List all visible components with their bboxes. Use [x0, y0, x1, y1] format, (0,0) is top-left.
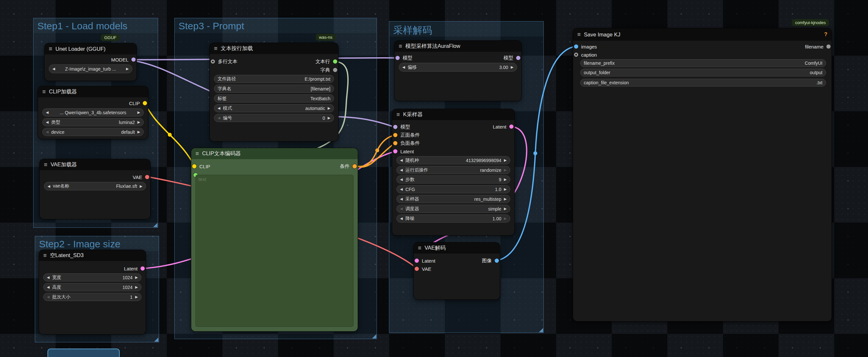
input-dot-images[interactable] [574, 44, 578, 49]
increment-arrow[interactable]: ▶ [504, 217, 507, 220]
increment-arrow[interactable]: ▶ [504, 168, 507, 172]
widget-control-after-generate[interactable]: ◀ 运行后操作 randomize ▶ [397, 166, 510, 174]
increment-arrow[interactable]: ▶ [140, 184, 143, 188]
decrement-arrow[interactable]: ◀ [47, 286, 50, 289]
widget-width[interactable]: ◀ 宽度 1024 ▶ [43, 273, 142, 281]
node-save-image-kj[interactable]: comfyui-kjnodes ≡ Save Image KJ ? images… [573, 28, 832, 321]
increment-arrow[interactable]: ▶ [504, 197, 507, 201]
decrement-arrow[interactable]: ◀ [400, 217, 403, 220]
increment-arrow[interactable]: ▶ [328, 116, 331, 120]
node-titlebar[interactable]: ≡ VAE加载器 [40, 159, 150, 170]
node-titlebar[interactable]: ≡ CLIP加载器 [38, 86, 148, 97]
decrement-arrow[interactable]: ◀ [400, 168, 403, 172]
menu-icon[interactable]: ≡ [214, 46, 218, 52]
increment-arrow[interactable]: ▶ [137, 130, 140, 134]
widget-clip-type[interactable]: ◀ 类型 lumina2 ▶ [42, 118, 144, 126]
widget-device[interactable]: ◀ device default ▶ [42, 128, 144, 136]
input-dot-caption[interactable] [574, 53, 578, 57]
decrement-arrow[interactable]: ◀ [400, 158, 403, 162]
decrement-arrow[interactable]: ◀ [52, 67, 55, 70]
output-dot-filename[interactable] [826, 44, 831, 49]
widget-steps[interactable]: ◀ 步数 9 ▶ [397, 175, 510, 183]
menu-icon[interactable]: ≡ [49, 46, 52, 52]
decrement-arrow[interactable]: ◀ [402, 65, 405, 69]
output-dot-textline[interactable] [333, 60, 337, 64]
node-text-load-line[interactable]: was-ns ≡ 文本按行加载 多行文本 文本行 字典 文件路径 E:/prom… [210, 43, 338, 141]
decrement-arrow[interactable]: ◀ [400, 178, 403, 181]
output-dot-model[interactable] [131, 58, 135, 62]
decrement-arrow[interactable]: ◀ [400, 207, 403, 211]
input-dot-latent[interactable] [415, 259, 419, 263]
help-icon[interactable]: ? [824, 32, 827, 37]
widget-dict-name[interactable]: 字典名 [filename] [214, 85, 334, 93]
decrement-arrow[interactable]: ◀ [46, 120, 49, 124]
widget-height[interactable]: ◀ 高度 1024 ▶ [43, 283, 142, 291]
widget-sampler-name[interactable]: ◀ 采样器 res_multistep ▶ [397, 195, 510, 203]
node-titlebar[interactable]: ≡ K采样器 [392, 109, 515, 120]
output-dot-latent[interactable] [509, 125, 514, 129]
link-midpoint-dot[interactable] [168, 133, 172, 137]
increment-arrow[interactable]: ▶ [137, 120, 140, 124]
node-vae-decode[interactable]: ≡ VAE解码 Latent VAE 图像 [414, 242, 500, 299]
increment-arrow[interactable]: ▶ [511, 65, 514, 69]
node-titlebar[interactable]: ≡ CLIP文本编码器 [191, 148, 358, 159]
output-dot-model[interactable] [516, 56, 520, 60]
increment-arrow[interactable]: ▶ [137, 111, 140, 114]
input-dot-model[interactable] [393, 125, 397, 129]
node-model-sampling-auraflow[interactable]: ≡ 模型采样算法AuraFlow 模型 模型 ◀ 偏移 3.00 ▶ [395, 41, 521, 101]
widget-file-path[interactable]: 文件路径 E:/prompt.txt [214, 75, 334, 83]
output-dot-conditioning[interactable] [352, 165, 357, 169]
node-unet-loader-gguf[interactable]: GGUF ≡ Unet Loader (GGUF) MODEL ◀ Z-Imag… [44, 43, 136, 81]
node-titlebar[interactable]: ≡ VAE解码 [414, 242, 500, 254]
node-empty-latent-sd3[interactable]: ≡ 空Latent_SD3 Latent ◀ 宽度 1024 ▶ ◀ 高度 10… [39, 250, 146, 334]
decrement-arrow[interactable]: ◀ [46, 130, 49, 134]
node-titlebar[interactable]: ≡ Save Image KJ ? [573, 28, 832, 41]
menu-icon[interactable]: ≡ [397, 112, 400, 117]
widget-filename-prefix[interactable]: filename_prefix ComfyUI [580, 59, 826, 67]
increment-arrow[interactable]: ▶ [135, 276, 138, 279]
input-dot-clip[interactable] [192, 165, 196, 169]
widget-index[interactable]: ◀ 编号 0 ▶ [214, 114, 334, 122]
output-dot-vae[interactable] [145, 175, 149, 179]
menu-icon[interactable]: ≡ [44, 162, 48, 168]
widget-cfg[interactable]: ◀ CFG 1.0 ▶ [397, 185, 510, 193]
widget-unet-name[interactable]: ◀ Z-Image\z_image_turb ... ▶ [49, 64, 132, 73]
increment-arrow[interactable]: ▶ [328, 107, 331, 110]
widget-seed[interactable]: ◀ 随机种 41329896998094 ▶ [397, 156, 510, 165]
node-clip-text-encode[interactable]: ≡ CLIP文本编码器 CLIP 条件 text [191, 148, 358, 331]
increment-arrow[interactable]: ▶ [504, 178, 507, 181]
input-dot-multiline-text[interactable] [211, 60, 215, 64]
menu-icon[interactable]: ≡ [195, 151, 199, 156]
widget-clip-name[interactable]: ◀ ... Qwen\qwen_3_4b.safetensors ▶ [42, 108, 144, 117]
menu-icon[interactable]: ≡ [418, 245, 422, 251]
decrement-arrow[interactable]: ◀ [48, 184, 50, 188]
increment-arrow[interactable]: ▶ [126, 67, 129, 70]
node-titlebar[interactable]: ≡ 空Latent_SD3 [39, 250, 146, 261]
input-dot-latent[interactable] [393, 149, 397, 154]
input-dot-positive[interactable] [393, 133, 397, 137]
increment-arrow[interactable]: ▶ [504, 187, 507, 191]
node-graph-canvas[interactable]: Step1 - Load models Step2 - Image size S… [0, 0, 868, 357]
widget-shift[interactable]: ◀ 偏移 3.00 ▶ [399, 63, 517, 71]
increment-arrow[interactable]: ▶ [135, 295, 138, 299]
decrement-arrow[interactable]: ◀ [218, 107, 220, 110]
widget-denoise[interactable]: ◀ 降噪 1.00 ▶ [397, 214, 510, 222]
collapsed-node[interactable] [48, 349, 120, 357]
node-vae-loader[interactable]: ≡ VAE加载器 VAE ◀ vae名称 Flux\ae.sft ▶ [40, 159, 150, 219]
prompt-textarea[interactable]: text [195, 175, 353, 327]
input-dot-vae[interactable] [415, 267, 419, 271]
widget-mode[interactable]: ◀ 模式 automatic ▶ [214, 104, 334, 112]
input-dot-negative[interactable] [393, 141, 397, 146]
widget-scheduler[interactable]: ◀ 调度器 simple ▶ [397, 205, 510, 213]
output-dot-latent[interactable] [141, 267, 145, 271]
decrement-arrow[interactable]: ◀ [46, 111, 49, 114]
menu-icon[interactable]: ≡ [577, 32, 581, 37]
node-titlebar[interactable]: ≡ Unet Loader (GGUF) [44, 43, 136, 54]
increment-arrow[interactable]: ▶ [135, 286, 138, 289]
menu-icon[interactable]: ≡ [399, 43, 402, 49]
widget-caption-file-extension[interactable]: caption_file_extension .txt [580, 79, 826, 87]
decrement-arrow[interactable]: ◀ [400, 187, 403, 191]
node-clip-loader[interactable]: ≡ CLIP加载器 CLIP ◀ ... Qwen\qwen_3_4b.safe… [38, 86, 148, 139]
widget-vae-name[interactable]: ◀ vae名称 Flux\ae.sft ▶ [44, 182, 146, 190]
widget-batch-size[interactable]: ◀ 批次大小 1 ▶ [43, 293, 142, 301]
